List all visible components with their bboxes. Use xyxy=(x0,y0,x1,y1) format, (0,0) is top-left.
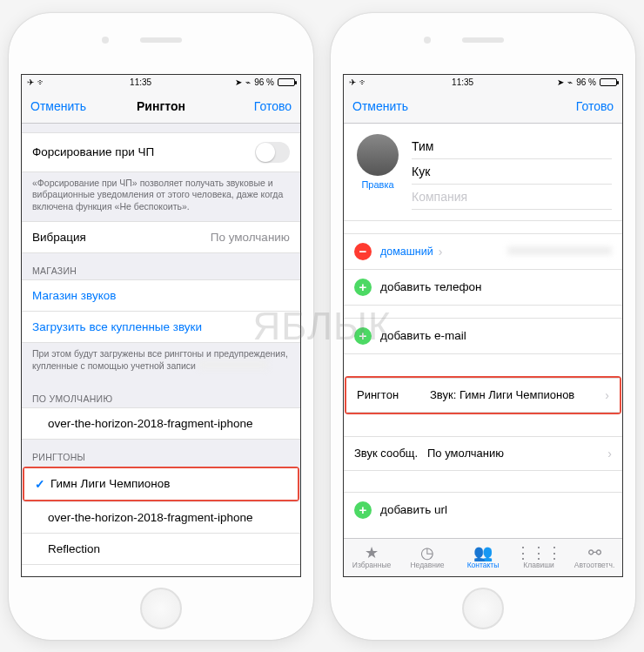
screen-ringtone: ✈︎ᯤ 11:35 ➤⌁96 % Отменить Рингтон Готово… xyxy=(21,74,301,577)
ringtones-header: РИНГТОНЫ xyxy=(22,440,300,466)
vibration-label: Вибрация xyxy=(32,231,211,244)
front-camera xyxy=(102,37,109,44)
first-name-field[interactable]: Тим xyxy=(412,134,612,159)
content[interactable]: Правка Тим Кук Компания − домашний › + д… xyxy=(344,124,622,576)
battery-icon xyxy=(600,78,617,86)
chevron-right-icon: › xyxy=(605,388,609,402)
blurred-account xyxy=(198,360,268,369)
tab-recents[interactable]: ◷Недавние xyxy=(399,545,455,569)
ringtone-row[interactable]: Рингтон Звук: Гимн Лиги Чемпионов › xyxy=(346,378,620,413)
ringtone-row[interactable]: Reflection xyxy=(22,534,300,565)
star-icon: ★ xyxy=(344,545,399,561)
status-bar: ✈︎ᯤ 11:35 ➤⌁96 % xyxy=(22,75,300,91)
tab-contacts[interactable]: 👥Контакты xyxy=(455,545,511,569)
ringtone-key: Рингтон xyxy=(357,388,430,401)
avatar[interactable] xyxy=(357,134,399,176)
add-email-label: добавить e-mail xyxy=(380,329,466,342)
add-phone-row[interactable]: + добавить телефон xyxy=(344,270,622,306)
add-url-row[interactable]: + добавить url xyxy=(344,492,622,528)
speaker xyxy=(462,37,504,43)
location-icon: ➤ xyxy=(557,77,564,87)
bluetooth-icon: ⌁ xyxy=(567,77,573,87)
tab-voicemail[interactable]: ⚯Автоответч. xyxy=(567,545,622,569)
content[interactable]: Форсирование при ЧП «Форсирование при ЧП… xyxy=(22,124,300,576)
battery-pct: 96 % xyxy=(576,77,596,87)
phone-type[interactable]: домашний xyxy=(380,245,433,258)
phone-left: ✈︎ᯤ 11:35 ➤⌁96 % Отменить Рингтон Готово… xyxy=(9,13,313,640)
tab-bar: ★Избранные ◷Недавние 👥Контакты ⋮⋮⋮Клавиш… xyxy=(344,538,622,576)
cancel-button[interactable]: Отменить xyxy=(352,99,413,113)
ringtone-label: Апекс xyxy=(48,574,80,576)
ringtone-row[interactable]: Апекс xyxy=(22,565,300,576)
battery-icon xyxy=(278,78,295,86)
done-button[interactable]: Готово xyxy=(553,99,614,113)
vibration-row[interactable]: Вибрация По умолчанию xyxy=(22,221,300,253)
wifi-icon: ᯤ xyxy=(359,77,368,87)
vibration-value: По умолчанию xyxy=(211,231,290,244)
contact-header: Правка Тим Кук Компания xyxy=(344,124,622,221)
airplane-icon: ✈︎ xyxy=(27,77,34,87)
chevron-right-icon: › xyxy=(607,447,612,460)
ringtone-label: Reflection xyxy=(48,542,100,555)
status-time: 11:35 xyxy=(452,77,473,87)
home-button[interactable] xyxy=(462,588,504,629)
default-ringtone-value: over-the-horizon-2018-fragment-iphone xyxy=(48,417,253,430)
speaker xyxy=(140,37,182,43)
tab-keypad[interactable]: ⋮⋮⋮Клавиши xyxy=(511,545,567,569)
home-button[interactable] xyxy=(140,588,182,629)
phone-row[interactable]: − домашний › xyxy=(344,233,622,270)
phone-right: ✈︎ᯤ 11:35 ➤⌁96 % Отменить Готово Правка … xyxy=(331,13,635,640)
text-tone-row[interactable]: Звук сообщ. По умолчанию › xyxy=(344,436,622,471)
plus-icon[interactable]: + xyxy=(354,279,372,296)
emergency-bypass-row[interactable]: Форсирование при ЧП xyxy=(22,132,300,172)
tab-favorites[interactable]: ★Избранные xyxy=(344,545,399,569)
edit-photo-button[interactable]: Правка xyxy=(354,179,401,190)
selected-highlight: ✓ Гимн Лиги Чемпионов xyxy=(23,467,299,501)
last-name-field[interactable]: Кук xyxy=(412,159,612,185)
minus-icon[interactable]: − xyxy=(354,243,372,260)
clock-icon: ◷ xyxy=(399,545,455,561)
battery-pct: 96 % xyxy=(254,77,274,87)
screen-contact-edit: ✈︎ᯤ 11:35 ➤⌁96 % Отменить Готово Правка … xyxy=(343,74,623,577)
text-tone-key: Звук сообщ. xyxy=(354,447,427,460)
ringtone-label: Гимн Лиги Чемпионов xyxy=(50,477,170,490)
done-button[interactable]: Готово xyxy=(231,99,292,113)
cancel-button[interactable]: Отменить xyxy=(30,99,91,113)
voicemail-icon: ⚯ xyxy=(567,545,622,561)
ringtone-value: Звук: Гимн Лиги Чемпионов xyxy=(430,388,605,401)
add-email-row[interactable]: + добавить e-mail xyxy=(344,318,622,354)
default-header: ПО УМОЛЧАНИЮ xyxy=(22,381,300,407)
ringtone-highlight: Рингтон Звук: Гимн Лиги Чемпионов › xyxy=(345,376,621,414)
plus-icon[interactable]: + xyxy=(354,327,372,345)
nav-bar: Отменить Рингтон Готово xyxy=(22,91,300,124)
plus-icon[interactable]: + xyxy=(354,501,372,519)
ringtone-row[interactable]: over-the-horizon-2018-fragment-iphone xyxy=(22,502,300,534)
blurred-phone xyxy=(507,246,612,255)
emergency-bypass-note: «Форсирование при ЧП» позволяет получать… xyxy=(22,172,300,222)
add-url-label: добавить url xyxy=(380,503,447,516)
status-time: 11:35 xyxy=(130,77,151,87)
bluetooth-icon: ⌁ xyxy=(245,77,251,87)
emergency-bypass-toggle[interactable] xyxy=(255,142,290,163)
add-phone-label: добавить телефон xyxy=(380,280,482,293)
default-ringtone-row[interactable]: over-the-horizon-2018-fragment-iphone xyxy=(22,407,300,440)
company-field[interactable]: Компания xyxy=(412,185,612,210)
nav-title: Рингтон xyxy=(91,99,231,113)
emergency-bypass-label: Форсирование при ЧП xyxy=(32,145,255,158)
ringtone-row-selected[interactable]: ✓ Гимн Лиги Чемпионов xyxy=(24,468,298,500)
ringtone-label: over-the-horizon-2018-fragment-iphone xyxy=(48,511,253,524)
airplane-icon: ✈︎ xyxy=(349,77,356,87)
location-icon: ➤ xyxy=(235,77,242,87)
store-note: При этом будут загружены все рингтоны и … xyxy=(22,343,300,380)
wifi-icon: ᯤ xyxy=(37,77,46,87)
store-header: МАГАЗИН xyxy=(22,253,300,279)
tone-store-link[interactable]: Магазин звуков xyxy=(22,279,300,312)
checkmark-icon: ✓ xyxy=(35,477,50,491)
status-bar: ✈︎ᯤ 11:35 ➤⌁96 % xyxy=(344,75,622,91)
front-camera xyxy=(424,37,431,44)
keypad-icon: ⋮⋮⋮ xyxy=(511,545,567,561)
text-tone-value: По умолчанию xyxy=(427,447,607,460)
nav-bar: Отменить Готово xyxy=(344,91,622,124)
download-purchased-link[interactable]: Загрузить все купленные звуки xyxy=(22,312,300,343)
contacts-icon: 👥 xyxy=(455,545,511,561)
